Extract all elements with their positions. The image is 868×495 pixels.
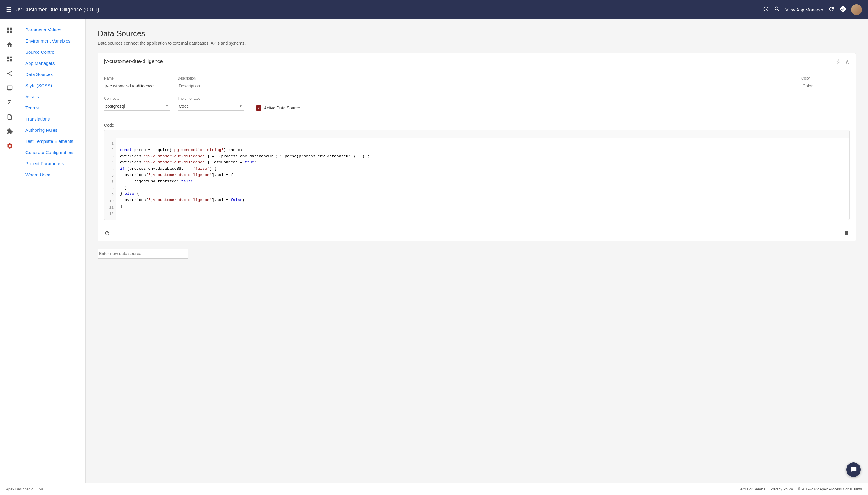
- copyright-label: © 2017-2022 Apex Process Consultants: [798, 487, 862, 491]
- name-label: Name: [104, 76, 170, 81]
- code-line-12: [120, 210, 846, 216]
- refresh-datasource-icon[interactable]: [104, 230, 110, 238]
- code-line-2: const parse = require('pg-connection-str…: [120, 147, 846, 153]
- sidebar-icon-puzzle[interactable]: [4, 125, 16, 137]
- sidebar-icon-file[interactable]: [4, 111, 16, 123]
- sidebar-item-data-sources[interactable]: Data Sources: [19, 69, 85, 80]
- sidebar-icon-dashboard[interactable]: [4, 53, 16, 65]
- sidebar-item-parameter-values[interactable]: Parameter Values: [19, 24, 85, 35]
- content-area: Data Sources Data sources connect the ap…: [86, 19, 868, 483]
- avatar[interactable]: [851, 4, 862, 15]
- name-input[interactable]: [104, 82, 170, 90]
- code-line-6: overrides['jv-customer-due-diligence'].s…: [120, 172, 846, 178]
- form-group-connector: Connector postgresql mysql mongodb: [104, 97, 170, 110]
- description-label: Description: [178, 76, 794, 81]
- page-description: Data sources connect the application to …: [98, 41, 856, 46]
- main-layout: Σ Parameter Values Environment Variables…: [0, 19, 868, 483]
- code-line-7: rejectUnauthorized: false: [120, 178, 846, 185]
- active-source-checkbox[interactable]: [256, 105, 262, 110]
- sidebar-item-generate-configurations[interactable]: Generate Configurations: [19, 147, 85, 158]
- connector-label: Connector: [104, 97, 170, 101]
- active-source-group: Active Data Source: [256, 105, 300, 110]
- color-input[interactable]: [801, 82, 850, 90]
- code-line-10: overrides['jv-customer-due-diligence'].s…: [120, 197, 846, 204]
- datasource-card-header: jv-customer-due-diligence ☆ ∧: [98, 53, 856, 70]
- sidebar-item-teams[interactable]: Teams: [19, 102, 85, 113]
- datasource-card: jv-customer-due-diligence ☆ ∧ Name Descr…: [98, 53, 856, 241]
- code-line-4: overrides['jv-customer-due-diligence'].l…: [120, 159, 846, 166]
- datasource-form: Name Description Color Connecto: [98, 70, 856, 123]
- nav-sidebar: Parameter Values Environment Variables S…: [19, 19, 86, 483]
- color-label: Color: [801, 76, 850, 81]
- terms-link[interactable]: Terms of Service: [739, 487, 766, 491]
- menu-icon[interactable]: ☰: [6, 6, 12, 13]
- sidebar-item-app-managers[interactable]: App Managers: [19, 57, 85, 69]
- code-line-8: };: [120, 185, 846, 191]
- page-title: Data Sources: [98, 29, 856, 38]
- sidebar-icon-grid[interactable]: [4, 24, 16, 36]
- code-line-5: if (process.env.databaseSSL != 'false') …: [120, 166, 846, 172]
- code-section: Code — 1 2 3 4 5 6 7: [98, 123, 856, 226]
- form-group-description: Description: [178, 76, 794, 90]
- form-group-implementation: Implementation Code Config: [178, 97, 244, 110]
- form-row-name: Name Description Color: [104, 76, 850, 90]
- chat-button[interactable]: [846, 462, 861, 477]
- version-label: Apex Designer 2.1.158: [6, 487, 43, 491]
- app-title: Jv Customer Due Diligence (0.0.1): [16, 7, 757, 13]
- star-icon[interactable]: ☆: [836, 58, 841, 65]
- sidebar-icon-settings[interactable]: [4, 140, 16, 152]
- code-lines: 1 2 3 4 5 6 7 8 9 10 11 12: [104, 138, 849, 220]
- code-line-1: [120, 141, 846, 147]
- sidebar-icon-screen[interactable]: [4, 82, 16, 94]
- icon-sidebar: Σ: [0, 19, 19, 483]
- sidebar-icon-home[interactable]: [4, 39, 16, 51]
- sidebar-item-project-parameters[interactable]: Project Parameters: [19, 158, 85, 169]
- active-source-label: Active Data Source: [264, 105, 300, 110]
- delete-datasource-icon[interactable]: [844, 230, 850, 238]
- datasource-card-footer: [98, 226, 856, 241]
- check-header-icon[interactable]: [840, 6, 846, 14]
- sidebar-item-translations[interactable]: Translations: [19, 113, 85, 124]
- datasource-title: jv-customer-due-diligence: [104, 58, 163, 65]
- sidebar-item-test-template-elements[interactable]: Test Template Elements: [19, 136, 85, 147]
- history-icon[interactable]: [763, 6, 769, 14]
- code-editor: — 1 2 3 4 5 6 7 8 9 10: [104, 130, 850, 220]
- footer-links: Terms of Service Privacy Policy © 2017-2…: [739, 487, 862, 491]
- line-numbers: 1 2 3 4 5 6 7 8 9 10 11 12: [104, 138, 116, 220]
- view-app-manager-link[interactable]: View App Manager: [785, 7, 823, 12]
- collapse-icon[interactable]: ∧: [845, 58, 850, 65]
- form-group-color: Color: [801, 76, 850, 90]
- header-icons: View App Manager: [763, 4, 862, 15]
- refresh-header-icon[interactable]: [828, 6, 835, 14]
- new-datasource-input[interactable]: [98, 249, 188, 259]
- connector-select[interactable]: postgresql mysql mongodb: [104, 102, 170, 110]
- sidebar-item-environment-variables[interactable]: Environment Variables: [19, 35, 85, 47]
- form-group-name: Name: [104, 76, 170, 90]
- description-input[interactable]: [178, 82, 794, 90]
- form-row-connector: Connector postgresql mysql mongodb Imple…: [104, 97, 850, 110]
- sidebar-item-source-control[interactable]: Source Control: [19, 47, 85, 57]
- sidebar-item-where-used[interactable]: Where Used: [19, 169, 85, 180]
- sidebar-icon-share[interactable]: [4, 68, 16, 80]
- code-label: Code: [104, 123, 850, 127]
- code-minimize-icon[interactable]: —: [844, 132, 847, 137]
- implementation-select[interactable]: Code Config: [178, 102, 244, 110]
- code-line-11: }: [120, 204, 846, 210]
- code-content[interactable]: const parse = require('pg-connection-str…: [116, 138, 849, 220]
- implementation-label: Implementation: [178, 97, 244, 101]
- code-line-3: overrides['jv-customer-due-diligence'] =…: [120, 153, 846, 160]
- top-header: ☰ Jv Customer Due Diligence (0.0.1) View…: [0, 0, 868, 19]
- code-line-9: } else {: [120, 191, 846, 197]
- footer: Apex Designer 2.1.158 Terms of Service P…: [0, 483, 868, 495]
- sidebar-item-style-scss[interactable]: Style (SCSS): [19, 80, 85, 91]
- sidebar-item-assets[interactable]: Assets: [19, 91, 85, 102]
- sidebar-item-authoring-rules[interactable]: Authoring Rules: [19, 124, 85, 136]
- sidebar-icon-sigma[interactable]: Σ: [4, 97, 16, 108]
- privacy-link[interactable]: Privacy Policy: [770, 487, 793, 491]
- code-editor-toolbar: —: [104, 130, 849, 138]
- search-icon[interactable]: [774, 6, 781, 14]
- datasource-card-actions: ☆ ∧: [836, 58, 850, 65]
